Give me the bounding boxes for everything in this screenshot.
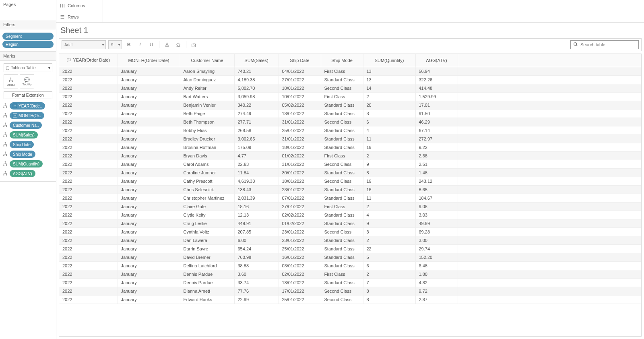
rows-drop[interactable] [103,11,644,22]
columns-shelf[interactable]: Columns [56,0,644,11]
table-cell: 02/01/2022 [279,270,321,278]
expand-icon[interactable]: + [13,104,17,108]
table-cell: First Class [321,270,363,278]
sheet-title: Sheet 1 [56,23,644,38]
search-input[interactable] [580,42,636,47]
filter-pill[interactable]: Region [2,41,54,48]
table-cell: 13 [363,75,415,84]
column-header[interactable]: SUM(Quantity) [363,54,415,67]
shape-icon: ▢ [6,66,9,70]
search-box[interactable] [570,40,639,49]
table-cell: First Class [321,67,363,75]
field-pill[interactable]: +MONTH(Or.. [10,112,44,119]
field-pill[interactable]: SUM(Sales) [10,131,38,138]
svg-point-8 [6,116,7,118]
column-header[interactable]: SUM(Sales) [234,54,279,67]
table-row[interactable]: 2022JanuaryChris Selesnick138.4328/01/20… [59,185,641,194]
table-row[interactable]: 2022JanuaryAndy Reiter5,802.7018/01/2022… [59,84,641,92]
format-extension-button[interactable]: Format Extension [4,91,52,99]
table-row[interactable]: 2022JanuaryCathy Prescott4,619.3318/01/2… [59,177,641,185]
table-row[interactable]: 2022JanuaryClaire Gute18.1627/01/2022Fir… [59,202,641,211]
table-cell: 49.99 [415,219,458,227]
table-row[interactable]: 2022JanuaryBeth Paige274.4913/01/2022Sta… [59,109,641,118]
column-header[interactable]: MONTH(Order Date) [118,54,180,67]
table-row[interactable]: 2022JanuaryDianna Arnett77.7617/01/2022S… [59,287,641,295]
svg-point-17 [6,145,7,147]
table-row[interactable]: 2022JanuaryAlan Dominguez4,189.3827/01/2… [59,75,641,84]
marks-type-select[interactable]: ▢ Tableau Table ▾ [4,63,52,72]
italic-button[interactable]: I [136,40,144,49]
table-cell: Standard Class [321,278,363,287]
table-cell: Second Class [321,84,363,92]
table-cell: 760.98 [234,253,279,261]
table-row[interactable]: 2022JanuaryBeth Thompson277.7131/01/2022… [59,118,641,126]
table-cell-empty [458,219,641,227]
table-cell: Christopher Martinez [180,194,234,202]
field-pill[interactable]: Ship Date [10,141,34,148]
field-pill[interactable]: AGG(ATV) [10,170,35,177]
column-header[interactable]: Ship Mode [321,54,363,67]
tooltip-button[interactable]: 💬 Tooltip [20,74,34,89]
table-cell-empty [458,75,641,84]
data-table-wrap[interactable]: YEAR(Order Date)MONTH(Order Date)Custome… [59,54,642,337]
font-size-select[interactable]: 9 [108,40,122,49]
table-cell: January [118,261,180,270]
fill-color-button[interactable] [174,40,183,49]
rows-shelf[interactable]: Rows [56,11,644,23]
table-cell: 10/01/2022 [279,92,321,101]
column-header[interactable]: AGG(ATV) [415,54,458,67]
detail-button[interactable]: Detail [4,74,18,89]
text-color-button[interactable] [163,40,171,49]
table-row[interactable]: 2022JanuaryDennis Pardue3.6002/01/2022Fi… [59,270,641,278]
table-row[interactable]: 2022JanuaryCynthia Voltz207.8523/01/2022… [59,227,641,236]
table-row[interactable]: 2022JanuaryEdward Hooks22.9925/01/2022Se… [59,295,641,304]
field-pill[interactable]: +YEAR(Orde.. [10,102,45,110]
table-row[interactable]: 2022JanuaryBradley Drucker3,002.6531/01/… [59,134,641,143]
table-row[interactable]: 2022JanuaryCraig Leslie449.9101/02/2022S… [59,219,641,227]
table-cell: January [118,92,180,101]
table-row[interactable]: 2022JanuaryBart Watters3,059.9810/01/202… [59,92,641,101]
table-row[interactable]: 2022JanuaryChristopher Martinez2,031.390… [59,194,641,202]
table-row[interactable]: 2022JanuaryCaroline Jumper11.8430/01/202… [59,168,641,177]
column-header[interactable]: Customer Name [180,54,234,67]
edit-button[interactable] [190,40,198,49]
table-row[interactable]: 2022JanuaryCarol Adams22.6331/01/2022Sec… [59,160,641,168]
table-row[interactable]: 2022JanuaryDan Lawera6.0023/01/2022Stand… [59,236,641,244]
column-header[interactable]: Ship Date [279,54,321,67]
table-row[interactable]: 2022JanuaryBryan Davis4.7701/02/2022Firs… [59,151,641,160]
table-row[interactable]: 2022JanuaryDelfina Latchford38.8808/01/2… [59,261,641,270]
table-row[interactable]: 2022JanuaryBrosina Hoffman175.0918/01/20… [59,143,641,151]
column-header[interactable]: YEAR(Order Date) [59,54,118,67]
table-cell-empty [458,177,641,185]
table-cell-empty [458,227,641,236]
expand-icon[interactable]: + [13,114,17,118]
table-row[interactable]: 2022JanuaryDavid Bremer760.9816/01/2022S… [59,253,641,261]
table-cell: Standard Class [321,185,363,194]
filter-pill[interactable]: Segment [2,33,54,40]
table-cell-empty [458,118,641,126]
bold-button[interactable]: B [124,40,133,49]
table-cell: Second Class [321,118,363,126]
table-cell: 268.58 [234,126,279,134]
svg-rect-27 [165,46,169,47]
table-cell: 2022 [59,118,118,126]
field-pill[interactable]: Ship Mode [10,151,35,158]
table-cell: 28/01/2022 [279,185,321,194]
field-pill[interactable]: Customer Na.. [10,122,42,129]
underline-button[interactable]: U [147,40,156,49]
table-cell-empty [458,202,641,211]
font-select[interactable]: Arial [62,40,106,49]
columns-drop[interactable] [103,0,644,11]
table-row[interactable]: 2022JanuaryAaron Smayling740.2104/01/202… [59,67,641,75]
pages-panel[interactable]: Pages [0,0,56,20]
table-row[interactable]: 2022JanuaryBenjamin Venier340.2205/02/20… [59,101,641,109]
table-cell: 340.22 [234,101,279,109]
table-row[interactable]: 2022JanuaryClytie Kelty12.1302/02/2022St… [59,211,641,219]
table-row[interactable]: 2022JanuaryDennis Pardue33.7413/01/2022S… [59,278,641,287]
table-row[interactable]: 2022JanuaryBobby Elias268.5825/01/2022St… [59,126,641,134]
table-row[interactable]: 2022JanuaryDarrin Sayre654.2425/01/2022S… [59,244,641,253]
field-pill[interactable]: SUM(Quantity) [10,160,43,167]
table-cell: 3 [363,227,415,236]
table-cell: 17/01/2022 [279,287,321,295]
table-cell-empty [458,92,641,101]
